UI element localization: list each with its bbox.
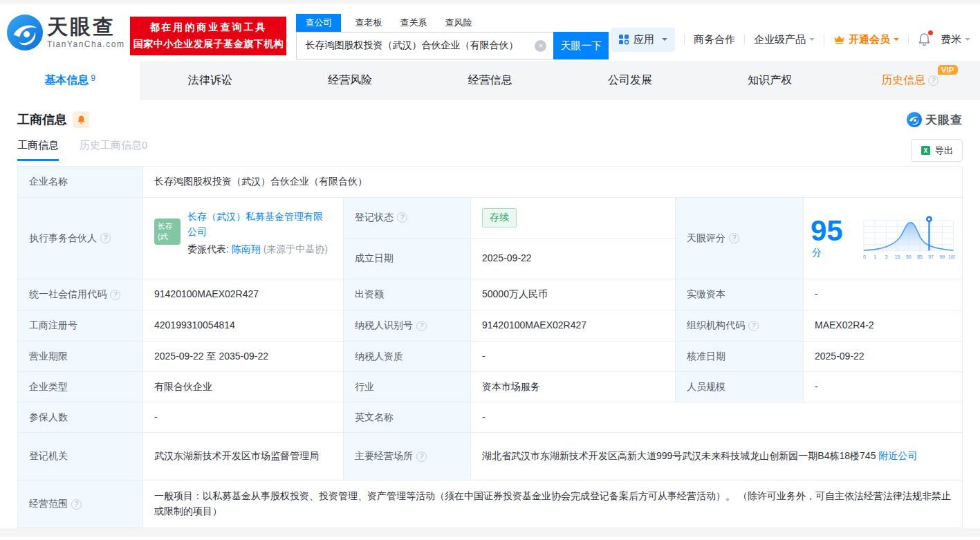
bottom-strip [0, 528, 980, 537]
tab-company-development[interactable]: 公司发展 [560, 61, 700, 100]
apps-menu[interactable]: 应用 [611, 28, 675, 52]
industry-value: 资本市场服务 [471, 372, 676, 402]
help-icon[interactable] [110, 290, 120, 300]
tab-basic-info[interactable]: 基本信息 9 [0, 61, 140, 100]
open-vip-menu[interactable]: 开通会员 [833, 33, 899, 46]
help-icon[interactable] [748, 321, 759, 331]
notification-dot [928, 30, 933, 35]
svg-text:50: 50 [906, 254, 912, 259]
english-name-value: - [471, 402, 963, 433]
export-button[interactable]: 导出 [911, 139, 963, 162]
org-code-value: MAEX02R4-2 [804, 310, 963, 342]
main-content: 工商信息 天眼查 工商信息 历史工商信息0 导出 [0, 100, 980, 528]
bell-icon [77, 115, 86, 124]
business-term-label: 营业期限 [18, 342, 143, 372]
chevron-down-icon [965, 38, 970, 44]
logo-domain: TianYanCha.com [47, 39, 124, 49]
establish-date-label: 成立日期 [344, 239, 471, 279]
chevron-down-icon [809, 38, 815, 44]
search-tab-boss[interactable]: 查老板 [355, 14, 382, 32]
rep-name-link[interactable]: 陈南翔 [232, 243, 261, 254]
svg-text:85: 85 [917, 254, 923, 259]
svg-text:0: 0 [863, 254, 866, 259]
enterprise-products-menu[interactable]: 企业级产品 [754, 33, 815, 46]
svg-text:100: 100 [948, 254, 955, 259]
tab-label: 基本信息 [44, 73, 89, 88]
divider [684, 35, 685, 45]
site-header: 天眼查 TianYanCha.com 都在用的商业查询工具 国家中小企业发展子基… [0, 4, 980, 61]
divider [824, 35, 824, 45]
approval-date-value: 2025-09-22 [804, 342, 963, 372]
business-info-table: 企业名称 长存鸿图股权投资（武汉）合伙企业（有限合伙） 执行事务合伙人 长存 (… [17, 166, 963, 528]
nearby-companies-link[interactable]: 附近公司 [878, 450, 917, 461]
svg-text:1: 1 [873, 254, 876, 259]
business-scope-label: 经营范围 [18, 481, 143, 528]
executive-partner-label: 执行事务合伙人 [18, 198, 143, 279]
tab-operation-info[interactable]: 经营信息 [420, 61, 560, 100]
tyc-score-label: 天眼评分 [676, 198, 804, 279]
user-nav: 应用 商务合作 企业级产品 开通会员 [611, 28, 970, 52]
business-coop-label: 商务合作 [694, 33, 735, 46]
tab-label: 历史信息 [881, 73, 925, 88]
reg-authority-label: 登记机关 [18, 433, 143, 481]
business-coop-link[interactable]: 商务合作 [694, 33, 735, 46]
svg-text:15: 15 [894, 254, 900, 259]
help-icon[interactable] [416, 321, 427, 331]
tab-label: 知识产权 [748, 73, 792, 88]
company-name-label: 企业名称 [18, 167, 143, 198]
watermark-text: 天眼查 [925, 112, 963, 128]
tianyancha-logo-icon [7, 15, 43, 50]
subscribe-bell-button[interactable] [73, 111, 89, 128]
vip-badge: VIP [938, 65, 958, 75]
tianyancha-logo[interactable]: 天眼查 TianYanCha.com [7, 15, 124, 50]
search-input[interactable] [297, 32, 553, 59]
score-number: 95 [811, 214, 843, 247]
search-tab-relation[interactable]: 查关系 [400, 14, 427, 32]
username: 费米 [941, 33, 961, 46]
tab-label: 法律诉讼 [188, 73, 232, 88]
english-name-label: 英文名称 [344, 402, 471, 433]
help-icon[interactable] [729, 233, 739, 243]
subtab-business-info[interactable]: 工商信息 [17, 139, 59, 161]
staff-size-label: 人员规模 [676, 372, 804, 402]
tab-legal-litigation[interactable]: 法律诉讼 [140, 61, 279, 100]
tianyancha-watermark: 天眼查 [907, 112, 963, 128]
search-tab-company[interactable]: 查公司 [296, 14, 341, 32]
search-tab-risk[interactable]: 查风险 [445, 14, 472, 32]
partner-company-link[interactable]: 长存（武汉）私募基金管理有限公司 [187, 211, 323, 237]
export-label: 导出 [935, 145, 953, 157]
credit-code-label: 统一社会信用代码 [18, 279, 143, 310]
capital-label: 出资额 [344, 279, 471, 310]
tab-operation-risk[interactable]: 经营风险 [280, 61, 420, 100]
address-label: 主要经营场所 [344, 433, 471, 481]
notifications-bell[interactable] [918, 32, 931, 46]
help-icon[interactable] [71, 499, 82, 510]
divider [744, 35, 745, 45]
chevron-down-icon [662, 38, 667, 44]
help-icon[interactable] [397, 212, 407, 223]
tab-intellectual-property[interactable]: 知识产权 [700, 61, 840, 100]
tab-history-info[interactable]: VIP 历史信息 [840, 61, 980, 100]
search-button[interactable]: 天眼一下 [553, 32, 609, 59]
reg-number-label: 工商注册号 [18, 310, 143, 342]
score-distribution-chart: 0 1 3 15 50 85 97 99 100 [862, 212, 955, 266]
taxpayer-quality-label: 纳税人资质 [344, 342, 471, 372]
divider [908, 35, 909, 45]
open-vip-label: 开通会员 [849, 33, 890, 46]
section-title: 工商信息 [17, 111, 67, 128]
help-icon[interactable] [100, 233, 111, 243]
paid-capital-value: - [804, 279, 963, 310]
partner-avatar[interactable]: 长存 (武 [154, 218, 181, 245]
tab-label: 经营风险 [328, 73, 372, 88]
help-icon[interactable] [416, 451, 427, 462]
reg-status-label: 登记状态 [344, 198, 471, 239]
promo-line-1: 都在用的商业查询工具 [149, 19, 267, 36]
status-date-block: 登记状态 存续 成立日期 2025-09-22 [344, 198, 676, 279]
taxpayer-id-value: 91420100MAEX02R427 [471, 310, 676, 342]
subtab-history-business-info[interactable]: 历史工商信息0 [80, 139, 147, 161]
address-value: 湖北省武汉市东湖新技术开发区高新大道999号武汉未来科技城龙山创新园一期B4栋1… [471, 433, 963, 481]
user-menu[interactable]: 费米 [941, 33, 970, 46]
rep-label: 委派代表: [187, 243, 229, 254]
help-icon[interactable] [928, 75, 939, 86]
tab-count: 9 [91, 73, 95, 83]
